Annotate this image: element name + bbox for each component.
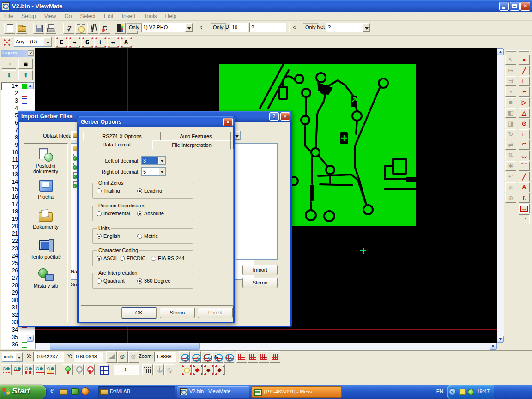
redraw[interactable] <box>75 23 86 34</box>
layer-swatch[interactable] <box>22 98 27 104</box>
open-folder[interactable] <box>16 23 27 34</box>
undo-arc-tool[interactable]: ↶ <box>505 172 516 181</box>
circle-tool[interactable]: ⊙ <box>519 119 530 128</box>
dcode-grid[interactable] <box>212 351 223 363</box>
layer-swatch[interactable] <box>22 342 27 348</box>
radio-option[interactable]: Metric <box>137 233 158 240</box>
menu-item[interactable]: Setup <box>17 12 40 20</box>
origin-tool[interactable]: ⊕ <box>505 193 516 203</box>
view-lines[interactable] <box>12 364 23 375</box>
layer-row[interactable]: 36 <box>1 341 34 349</box>
view-dots[interactable] <box>1 364 12 375</box>
radio-option[interactable]: ASCII <box>97 255 117 262</box>
selection-mode-dropdown[interactable] <box>44 37 51 46</box>
c-filter-button[interactable]: C <box>55 36 67 48</box>
language-indicator[interactable]: EN <box>436 388 443 394</box>
only-layer-toggle[interactable]: Only <box>127 23 142 31</box>
radio-option[interactable]: Incremental <box>97 211 130 217</box>
flash-dark[interactable] <box>214 364 225 375</box>
pad-tool[interactable]: ● <box>519 55 530 65</box>
film-colors[interactable] <box>115 23 126 34</box>
pan-right[interactable] <box>248 351 258 363</box>
right-of-decimal-dropdown[interactable] <box>158 168 165 175</box>
tools[interactable] <box>87 23 98 34</box>
radio-option[interactable]: 360 Degree <box>137 278 171 284</box>
only-dcode-toggle[interactable]: Only <box>211 23 226 31</box>
pan-up[interactable] <box>270 351 280 363</box>
layer-combo[interactable]: 1) V2.PHO <box>141 23 193 32</box>
pointer-tool[interactable]: ↖ <box>505 55 516 65</box>
highlight-off[interactable] <box>73 364 84 375</box>
layer-row[interactable]: 34 <box>1 326 34 334</box>
preview-list[interactable] <box>236 143 278 260</box>
layer-scroll-up-button[interactable]: ▲ <box>27 82 34 89</box>
sketch-line-tool[interactable]: ╱ <box>519 172 530 181</box>
radio-option[interactable]: English <box>97 233 120 240</box>
menu-item[interactable]: Edit <box>100 12 118 20</box>
dimension-tool[interactable]: ↔ <box>519 204 530 213</box>
corner-trace-tool[interactable]: ∟ <box>519 76 530 86</box>
net-combo[interactable]: ? <box>326 23 370 32</box>
internet-explorer[interactable] <box>49 387 57 395</box>
apply-button[interactable]: Použít <box>198 308 233 318</box>
minimize-button[interactable] <box>499 2 509 11</box>
prev-layer-button[interactable]: < <box>196 23 206 32</box>
dcode-input[interactable]: 10 <box>230 23 248 32</box>
tray-flower-icon[interactable] <box>467 388 474 395</box>
zoom-window[interactable] <box>201 351 212 363</box>
grid-toggle[interactable] <box>224 351 234 363</box>
trace-tool[interactable]: ╱ <box>519 66 530 75</box>
highlight-on[interactable] <box>62 364 73 375</box>
task-button[interactable]: D:\MLAB <box>98 386 175 398</box>
radio-option[interactable]: Absolute <box>137 211 164 217</box>
cross-filter-button[interactable]: + <box>94 36 106 48</box>
move-layer-tool[interactable]: ⇅ <box>505 151 516 160</box>
triangle-tool[interactable]: △ <box>519 108 530 118</box>
stretch-points[interactable] <box>164 364 175 375</box>
units-dropdown[interactable] <box>15 352 23 361</box>
mirror-vertical-tool[interactable]: ◨ <box>505 119 516 128</box>
tab-data-format[interactable]: Data Format <box>81 140 152 150</box>
place-item[interactable]: Dokumenty <box>24 208 67 230</box>
pan-left[interactable] <box>236 351 247 363</box>
dcode-filter-input[interactable]: ? <box>249 23 286 32</box>
tab-file-interpretation[interactable]: File Interpretation <box>152 140 231 150</box>
view-pads[interactable] <box>23 364 34 375</box>
layer-up-button[interactable]: ⬆ <box>18 70 33 80</box>
menu-item[interactable]: Go <box>60 12 76 20</box>
place-item[interactable]: Plocha <box>24 178 67 200</box>
snap-grid-tool[interactable]: ✱ <box>505 161 516 171</box>
view-flash[interactable] <box>45 364 56 375</box>
tab-rs274x-options[interactable]: RS274-X Options <box>83 132 161 141</box>
radio-option[interactable]: EBCDIC <box>120 255 146 262</box>
new-document[interactable] <box>4 23 15 34</box>
radio-option[interactable]: Quadrant <box>97 278 125 284</box>
layers-panel-title[interactable]: Layers x <box>1 50 34 57</box>
large-square-tool[interactable]: ■ <box>505 97 516 107</box>
arc-tool[interactable]: ◠ <box>519 140 530 150</box>
highlight-red[interactable] <box>84 364 95 375</box>
dock-grab-handle[interactable] <box>519 50 529 52</box>
layer-combo-dropdown[interactable] <box>185 23 193 32</box>
import-button[interactable]: Import <box>242 265 278 275</box>
copy-traces-tool[interactable]: ⇉ <box>505 76 516 86</box>
panel-grid-button[interactable] <box>98 364 109 375</box>
task-button[interactable]: [191-482-091] - Mess… <box>251 386 342 398</box>
layer-row[interactable]: 2 <box>1 90 34 97</box>
dialog-help-button[interactable]: ? <box>269 112 279 121</box>
only-net-toggle[interactable]: Only <box>303 23 318 31</box>
scroll-up-button[interactable]: ▲ <box>497 48 504 55</box>
flash-red[interactable] <box>192 364 203 375</box>
left-of-decimal-combo[interactable]: 3 <box>141 156 166 165</box>
menu-item[interactable]: Tools <box>140 12 161 20</box>
horizontal-scroll-thumb[interactable] <box>50 343 200 350</box>
context-help[interactable] <box>63 23 74 34</box>
help-book[interactable] <box>70 387 79 395</box>
swap-tool[interactable]: ⇄ <box>505 140 516 150</box>
curve-tool[interactable]: ◡ <box>519 151 530 160</box>
tray-chevron-icon[interactable]: < <box>449 388 456 395</box>
bend-trace-tool[interactable]: ⌐ <box>519 87 530 97</box>
menu-item[interactable]: Select <box>76 12 100 20</box>
clear-red[interactable] <box>99 23 110 34</box>
task-button[interactable]: V2.bin - ViewMate <box>177 386 249 398</box>
